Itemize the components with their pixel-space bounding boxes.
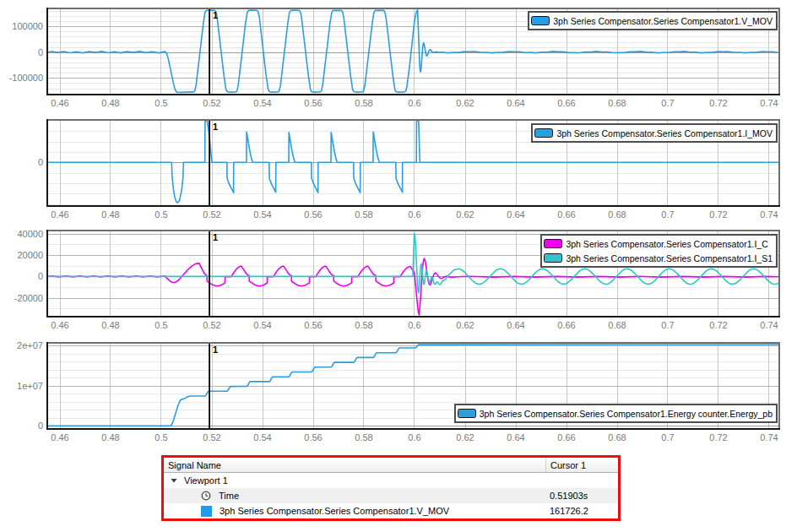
x-tick-label: 0.52 xyxy=(193,320,230,330)
x-tick-label: 0.64 xyxy=(497,209,534,220)
x-tick-label: 0.56 xyxy=(295,98,332,108)
y-tick-label: 0 xyxy=(0,157,43,167)
legend-label-is1: 3ph Series Compensator.Series Compensato… xyxy=(566,253,773,263)
x-tick-label: 0.58 xyxy=(345,432,382,442)
x-tick-label: 0.74 xyxy=(751,320,788,330)
y-tick-label: 0 xyxy=(0,47,43,57)
x-tick-label: 0.56 xyxy=(295,432,332,442)
legend-vmov[interactable]: 3ph Series Compensator.Series Compensato… xyxy=(528,11,778,30)
legend-imov[interactable]: 3ph Series Compensator.Series Compensato… xyxy=(531,123,778,143)
x-tick-label: 0.5 xyxy=(143,98,180,108)
x-tick-label: 0.54 xyxy=(244,209,281,220)
x-tick-label: 0.72 xyxy=(700,98,737,108)
legend-line-sample-is1 xyxy=(544,253,562,263)
legend-line-sample-energy xyxy=(458,409,476,418)
x-tick-label: 0.74 xyxy=(751,209,788,220)
legend-line-sample-ic xyxy=(544,239,562,248)
cursor-table: Signal Name Cursor 1 Viewport 1 Tim xyxy=(161,455,621,521)
table-row-vmov[interactable]: 3ph Series Compensator.Series Compensato… xyxy=(164,503,618,518)
x-tick-label: 0.74 xyxy=(751,432,788,442)
legend-entry: 3ph Series Compensator.Series Compensato… xyxy=(544,251,773,265)
table-row-value: 161726.2 xyxy=(545,503,618,518)
x-tick-label: 0.52 xyxy=(193,98,230,108)
legend-line-sample-imov xyxy=(534,128,553,138)
expander-triangle-icon[interactable] xyxy=(171,477,177,484)
x-tick-label: 0.64 xyxy=(497,98,534,108)
x-tick-label: 0.48 xyxy=(92,98,129,108)
x-tick-label: 0.6 xyxy=(396,432,433,442)
y-tick-label: 1e+07 xyxy=(0,381,43,391)
x-tick-label: 0.56 xyxy=(295,320,332,330)
column-header-cursor-1[interactable]: Cursor 1 xyxy=(545,458,618,472)
x-tick-label: 0.56 xyxy=(295,209,332,220)
legend-label-ic: 3ph Series Compensator.Series Compensato… xyxy=(566,239,767,249)
legend-energy[interactable]: 3ph Series Compensator.Series Compensato… xyxy=(454,404,778,423)
x-tick-label: 0.48 xyxy=(92,209,129,220)
x-tick-label: 0.52 xyxy=(193,432,230,442)
legend-entry: 3ph Series Compensator.Series Compensato… xyxy=(534,126,773,140)
x-tick-label: 0.58 xyxy=(345,209,382,220)
x-tick-label: 0.58 xyxy=(345,98,382,108)
cursor-table-header: Signal Name Cursor 1 xyxy=(164,458,618,473)
cursor-flag-label[interactable]: 1 xyxy=(213,122,218,132)
x-tick-label: 0.66 xyxy=(548,432,585,442)
x-tick-label: 0.6 xyxy=(396,209,433,220)
y-tick-label: -100000 xyxy=(0,73,43,83)
y-tick-label: 20000 xyxy=(0,250,43,260)
legend-entry: 3ph Series Compensator.Series Compensato… xyxy=(544,236,773,251)
x-tick-label: 0.68 xyxy=(599,98,636,108)
x-tick-label: 0.72 xyxy=(700,209,737,220)
table-row-value: 0.51903s xyxy=(545,488,618,503)
x-tick-label: 0.58 xyxy=(345,320,382,330)
x-tick-label: 0.54 xyxy=(244,432,281,442)
x-tick-label: 0.62 xyxy=(447,98,484,108)
column-header-signal-name[interactable]: Signal Name xyxy=(164,458,545,472)
x-tick-label: 0.6 xyxy=(396,98,433,108)
table-row-label: Viewport 1 xyxy=(184,475,228,486)
x-tick-label: 0.68 xyxy=(599,209,636,220)
x-tick-label: 0.62 xyxy=(447,320,484,330)
cursor-flag-label[interactable]: 1 xyxy=(213,11,218,20)
cursor-flag-label[interactable]: 1 xyxy=(213,233,218,242)
legend-label-imov: 3ph Series Compensator.Series Compensato… xyxy=(556,128,773,138)
y-tick-label: -20000 xyxy=(0,293,43,303)
x-tick-label: 0.64 xyxy=(497,432,534,442)
x-tick-label: 0.54 xyxy=(244,320,281,330)
table-row-viewport[interactable]: Viewport 1 xyxy=(164,473,618,488)
y-tick-label: 2e+07 xyxy=(0,340,43,350)
x-tick-label: 0.66 xyxy=(548,209,585,220)
x-tick-label: 0.46 xyxy=(41,209,79,220)
y-tick-label: 100000 xyxy=(0,21,43,31)
legend-line-sample-vmov xyxy=(531,16,550,25)
x-tick-label: 0.7 xyxy=(649,98,686,108)
x-tick-label: 0.66 xyxy=(548,98,585,108)
scope-window: 3ph Series Compensator.Series Compensato… xyxy=(0,0,797,532)
x-tick-label: 0.72 xyxy=(700,432,737,442)
x-tick-label: 0.62 xyxy=(447,432,484,442)
legend-label-vmov: 3ph Series Compensator.Series Compensato… xyxy=(553,16,773,26)
cursor-flag-label[interactable]: 1 xyxy=(213,345,218,355)
x-tick-label: 0.64 xyxy=(497,320,534,330)
x-tick-label: 0.46 xyxy=(41,320,79,330)
x-tick-label: 0.46 xyxy=(41,432,79,442)
signal-color-swatch xyxy=(201,506,212,517)
x-tick-label: 0.66 xyxy=(548,320,585,330)
table-row-time[interactable]: Time 0.51903s xyxy=(164,488,618,503)
x-tick-label: 0.7 xyxy=(649,320,686,330)
x-tick-label: 0.48 xyxy=(92,320,129,330)
x-tick-label: 0.48 xyxy=(92,432,129,442)
table-row-label: Time xyxy=(219,491,239,501)
x-tick-label: 0.52 xyxy=(193,209,230,220)
x-tick-label: 0.74 xyxy=(751,98,788,108)
legend-label-energy: 3ph Series Compensator.Series Compensato… xyxy=(480,409,773,419)
legend-ic-is1[interactable]: 3ph Series Compensator.Series Compensato… xyxy=(540,234,778,268)
y-tick-label: 0 xyxy=(0,421,43,431)
x-tick-label: 0.68 xyxy=(599,320,636,330)
legend-entry: 3ph Series Compensator.Series Compensato… xyxy=(458,406,773,421)
x-tick-label: 0.5 xyxy=(143,432,180,442)
x-tick-label: 0.7 xyxy=(649,209,686,220)
y-tick-label: 40000 xyxy=(0,229,43,239)
x-tick-label: 0.62 xyxy=(447,209,484,220)
x-tick-label: 0.68 xyxy=(599,432,636,442)
x-tick-label: 0.72 xyxy=(700,320,737,330)
